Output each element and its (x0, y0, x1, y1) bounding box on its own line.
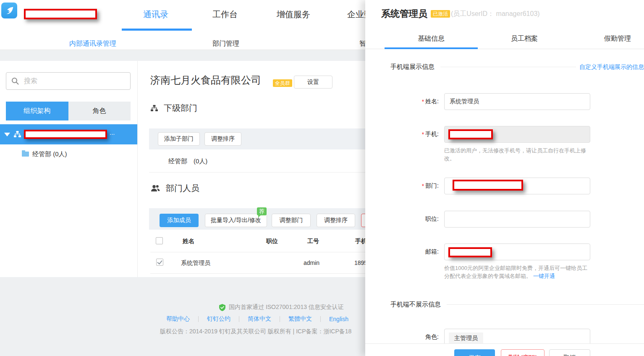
folder-icon (22, 152, 29, 157)
sub-dept-row[interactable]: 经管部 (0人) (149, 149, 365, 173)
batch-import-export-button[interactable]: 批量导入/导出/修改 (205, 214, 267, 227)
name-input[interactable] (444, 93, 590, 110)
company-title: 济南七月火食品有限公司 (150, 73, 261, 87)
security-cert-icon (219, 304, 226, 311)
customize-mobile-display-link[interactable]: 自定义手机端展示的信息 (579, 63, 644, 71)
name-label: *姓名: (365, 93, 439, 110)
tree-node-ellipsis: ... (110, 129, 115, 136)
redaction-dept-value (453, 180, 523, 191)
nav-tab-value-added[interactable]: 增值服务 (277, 9, 310, 20)
sub-dept-section-header: 下级部门 (151, 102, 197, 114)
subnav-internal-contacts[interactable]: 内部通讯录管理 (69, 39, 116, 48)
add-member-button[interactable]: 添加成员 (160, 214, 199, 227)
tab-employee-file[interactable]: 员工档案 (478, 29, 571, 49)
reorder-sub-dept-button[interactable]: 调整排序 (204, 132, 241, 146)
recommend-badge: 荐 (257, 207, 267, 215)
activated-status-badge: 已激活 (431, 10, 450, 18)
dingtalk-logo-icon[interactable] (1, 3, 17, 18)
search-input[interactable] (23, 77, 130, 85)
adjust-dept-button[interactable]: 调整部门 (272, 214, 311, 227)
tab-basic-info[interactable]: 基础信息 (385, 29, 478, 49)
nav-tab-workbench[interactable]: 工作台 (212, 9, 238, 20)
wing-glyph (4, 5, 15, 16)
org-tree-icon (14, 131, 21, 138)
save-button[interactable]: 保存 (454, 349, 495, 356)
table-row-divider (150, 273, 365, 274)
sub-dept-toolbar: 添加子部门 调整排序 (149, 128, 365, 149)
row-jobno: admin (304, 259, 319, 266)
panel-tab-active-underline (385, 47, 478, 49)
column-header-jobno: 工号 (307, 238, 319, 245)
phone-label: *手机: (365, 126, 439, 143)
one-click-activate-link[interactable]: 一键开通 (533, 273, 555, 279)
tab-org-structure[interactable]: 组织架构 (6, 102, 68, 120)
search-box[interactable] (6, 72, 131, 90)
panel-action-bar: 保存 删除(离职) 取消 (365, 343, 644, 356)
tab-attendance[interactable]: 假勤管理 (571, 29, 644, 49)
settings-button[interactable]: 设置 (294, 76, 332, 89)
members-title: 部门人员 (166, 183, 199, 194)
nav-tab-contacts[interactable]: 通讯录 (143, 9, 168, 20)
email-label: 邮箱: (365, 243, 439, 260)
required-marker: * (422, 183, 424, 189)
dingtalk-convention-link[interactable]: 钉钉公约 (207, 315, 230, 323)
redaction-email-value (448, 247, 492, 257)
cancel-button[interactable]: 取消 (549, 349, 590, 356)
dept-label: *部门: (365, 178, 439, 194)
visible-info-section-header: 手机端展示信息 自定义手机端展示的信息 (390, 63, 644, 71)
hidden-info-title: 手机端不展示信息 (390, 301, 441, 309)
delete-button[interactable]: 删除(离职) (501, 349, 545, 356)
divider (198, 316, 199, 322)
redaction-tree-company-name (24, 130, 107, 139)
subnav-dept-management[interactable]: 部门管理 (212, 39, 239, 48)
employee-detail-panel: 系统管理员 已激活 (员工UserID： manager6103) 基础信息 员… (365, 0, 644, 356)
divider (447, 304, 644, 305)
column-header-name: 姓名 (183, 238, 194, 245)
main-content: 济南七月火食品有限公司 全员群 设置 下级部门 添加子部门 调整排序 经管部 (… (137, 61, 365, 277)
sidebar: 组织架构 角色 ... 经管部 (0人) (0, 61, 137, 277)
required-marker: * (422, 98, 424, 105)
column-header-position: 职位 (266, 238, 278, 245)
caret-down-icon[interactable] (4, 133, 10, 136)
members-section-header: 部门人员 (151, 183, 199, 194)
hidden-info-section-header: 手机端不展示信息 (390, 301, 644, 309)
search-icon (11, 77, 19, 85)
row-name[interactable]: 系统管理员 (181, 259, 210, 267)
sidebar-tabs: 组织架构 角色 (6, 102, 131, 120)
security-cert-line: 国内首家通过 ISO27001:2013 信息安全认证 (219, 304, 344, 311)
row-checkbox[interactable] (156, 259, 163, 266)
phone-help-text: 已激活的用户，无法修改手机号，请让员工自行在手机上修改。 (444, 147, 589, 162)
nav-active-underline (122, 29, 192, 31)
traditional-chinese-link[interactable]: 繁體中文 (288, 315, 312, 323)
add-sub-dept-button[interactable]: 添加子部门 (158, 132, 200, 146)
all-staff-group-badge: 全员群 (273, 79, 292, 87)
tree-node-label: 经管部 (0人) (32, 150, 67, 158)
tree-node-company[interactable]: ... (0, 124, 137, 144)
position-input[interactable] (444, 211, 590, 228)
employee-name-title: 系统管理员 (381, 8, 427, 20)
sub-dept-icon (151, 105, 158, 112)
divider (239, 316, 239, 322)
role-label: 角色: (365, 329, 439, 346)
divider (280, 316, 280, 322)
employee-userid: (员工UserID： manager6103) (451, 10, 540, 18)
help-center-link[interactable]: 帮助中心 (166, 315, 190, 323)
footer-links: 帮助中心 钉钉公约 简体中文 繁體中文 English (166, 315, 348, 323)
redaction-phone-value (448, 129, 493, 139)
select-all-checkbox[interactable] (156, 237, 163, 244)
security-cert-text: 国内首家通过 ISO27001:2013 信息安全认证 (229, 304, 344, 311)
tab-roles[interactable]: 角色 (68, 102, 131, 120)
email-help-text: 价值1000元的阿里企业邮箱限时免费，开通后可一键给员工分配代表企业形象的专属域… (444, 264, 589, 280)
sub-dept-title: 下级部门 (164, 102, 197, 114)
copyright-text: 版权公告：2014-2019 钉钉及其关联公司 版权所有 | ICP备案：浙IC… (160, 328, 351, 335)
english-link[interactable]: English (329, 316, 348, 322)
app: 通讯录 工作台 增值服务 企业数 内部通讯录管理 部门管理 智能 组织架构 角色 (0, 0, 644, 356)
required-marker: * (422, 131, 424, 138)
visible-info-title: 手机端展示信息 (390, 63, 435, 71)
table-header-divider (150, 252, 365, 252)
simplified-chinese-link[interactable]: 简体中文 (248, 315, 271, 323)
adjust-order-button[interactable]: 调整排序 (317, 214, 355, 227)
divider (320, 316, 321, 322)
tree-node-dept[interactable]: 经管部 (0人) (0, 147, 137, 161)
members-icon (151, 185, 160, 192)
